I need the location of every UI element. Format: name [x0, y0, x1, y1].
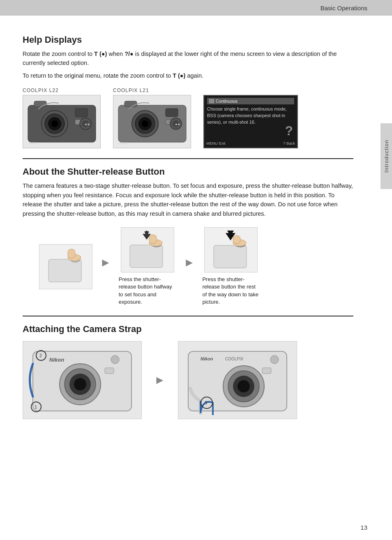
side-tab: Introduction — [380, 123, 392, 189]
svg-rect-31 — [130, 245, 163, 268]
svg-text:◄►: ◄► — [174, 122, 181, 126]
help-displays-para2: To return to the original menu, rotate t… — [23, 71, 353, 80]
svg-text:3: 3 — [205, 400, 207, 405]
help-screen-display: Continuous Choose single frame, continuo… — [203, 88, 298, 148]
shutter-item-halfway: Press the shutter-release button halfway… — [119, 227, 176, 306]
shutter-img-halfway — [121, 227, 174, 272]
svg-point-16 — [142, 120, 148, 127]
screen-icon — [209, 99, 214, 103]
svg-text:2: 2 — [39, 353, 42, 358]
main-content: Help Displays Rotate the zoom control to… — [0, 16, 378, 436]
screen-header: Continuous — [207, 98, 294, 104]
shutter-halfway-svg — [124, 231, 171, 270]
arrow-2: ► — [184, 256, 195, 269]
strap-title: Attaching the Camera Strap — [23, 324, 353, 335]
svg-rect-49 — [105, 368, 114, 374]
header-title: Basic Operations — [321, 5, 367, 12]
svg-point-61 — [270, 355, 279, 364]
arrow-1: ► — [100, 256, 111, 269]
side-tab-label: Introduction — [383, 140, 390, 173]
svg-rect-41 — [233, 235, 240, 244]
shutter-img-full — [204, 227, 258, 272]
svg-rect-17 — [166, 108, 178, 117]
strap-section-divider — [23, 316, 353, 316]
svg-rect-27 — [68, 249, 75, 258]
page-number: 13 — [360, 524, 367, 531]
strap-img-2: Nikon COOLPIX 3 — [178, 341, 297, 419]
screen-header-text: Continuous — [216, 99, 238, 104]
svg-rect-7 — [34, 101, 46, 107]
camera-l22-svg: i/OFF ◄► — [26, 97, 98, 146]
svg-rect-24 — [48, 259, 81, 282]
camera-l21-image: i/OFF ◄► — [113, 95, 191, 148]
shutter-img-rest — [39, 244, 92, 289]
svg-rect-5 — [75, 108, 88, 117]
shutter-full-svg — [208, 231, 255, 270]
screen-footer-right: ? Back — [283, 141, 295, 145]
svg-text:◄►: ◄► — [84, 122, 90, 126]
screen-question-mark: ? — [285, 123, 293, 138]
svg-point-47 — [74, 378, 86, 390]
help-displays-title: Help Displays — [23, 35, 353, 45]
camera-l22-image: i/OFF ◄► — [23, 95, 101, 148]
camera-diagrams-row: COOLPIX L22 — [23, 88, 353, 148]
svg-rect-38 — [214, 245, 247, 268]
svg-point-4 — [51, 120, 58, 127]
svg-rect-34 — [149, 235, 157, 244]
svg-point-60 — [238, 380, 250, 392]
svg-text:Nikon: Nikon — [49, 357, 64, 363]
strap-img-1: Nikon 1 2 — [23, 341, 142, 419]
shutter-diagrams-row: ► Press the shutter-r — [39, 227, 353, 306]
camera-l22-label: COOLPIX L22 — [23, 88, 59, 93]
screen-footer: MENU Exit ? Back — [206, 141, 295, 145]
shutter-item-rest — [39, 244, 92, 289]
strap-img-1-svg: Nikon 1 2 — [25, 343, 140, 417]
strap-diagrams-row: Nikon 1 2 ► — [23, 341, 353, 419]
camera-l21: COOLPIX L21 i/OFF ◄► — [113, 88, 191, 148]
svg-rect-19 — [125, 101, 137, 107]
svg-point-48 — [111, 355, 119, 364]
symbol-help: ?/● — [125, 51, 134, 57]
screen-box: Continuous Choose single frame, continuo… — [203, 95, 298, 148]
svg-text:Nikon: Nikon — [201, 356, 213, 361]
shutter-rest-svg — [42, 247, 90, 286]
shutter-item-full: Press the shutter-release button the res… — [202, 227, 260, 306]
svg-text:1: 1 — [35, 404, 37, 409]
help-displays-para1: Rotate the zoom control to T (●) when ?/… — [23, 49, 353, 68]
header-bar: Basic Operations — [0, 0, 392, 16]
shutter-caption-1: Press the shutter-release button halfway… — [119, 276, 176, 306]
bold-T-1: T (●) — [94, 51, 107, 57]
shutter-para: The camera features a two-stage shutter-… — [23, 181, 353, 218]
shutter-title: About the Shutter-release Button — [23, 166, 353, 177]
svg-text:i/OFF: i/OFF — [120, 141, 128, 145]
strap-arrow: ► — [154, 374, 166, 387]
camera-l21-svg: i/OFF ◄► — [116, 97, 188, 146]
screen-body-text: Choose single frame, continuous mode, BS… — [207, 106, 294, 126]
shutter-caption-2: Press the shutter-release button the res… — [202, 276, 260, 306]
camera-l22: COOLPIX L22 — [23, 88, 101, 148]
screen-footer-left: MENU Exit — [206, 141, 225, 145]
bold-T-2: T (●) — [173, 72, 185, 79]
camera-l21-label: COOLPIX L21 — [113, 88, 149, 93]
shutter-section-divider — [23, 158, 353, 159]
svg-text:COOLPIX: COOLPIX — [225, 357, 244, 361]
strap-img-2-svg: Nikon COOLPIX 3 — [180, 343, 295, 417]
svg-text:i/OFF: i/OFF — [29, 141, 37, 145]
svg-rect-62 — [262, 368, 271, 374]
